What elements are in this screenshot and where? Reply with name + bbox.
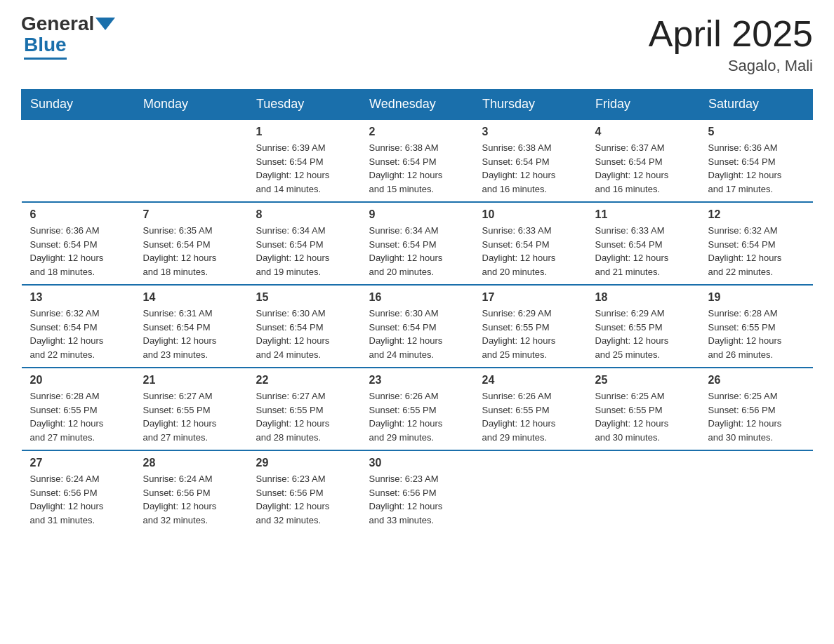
calendar-week-row: 1Sunrise: 6:39 AMSunset: 6:54 PMDaylight… (22, 119, 813, 202)
calendar-cell: 8Sunrise: 6:34 AMSunset: 6:54 PMDaylight… (248, 202, 361, 285)
day-info: Sunrise: 6:30 AMSunset: 6:54 PMDaylight:… (369, 307, 465, 361)
day-info: Sunrise: 6:35 AMSunset: 6:54 PMDaylight:… (143, 224, 239, 279)
calendar-cell: 9Sunrise: 6:34 AMSunset: 6:54 PMDaylight… (361, 202, 474, 285)
weekday-header-sunday: Sunday (22, 90, 135, 120)
day-number: 8 (256, 208, 352, 221)
day-info: Sunrise: 6:28 AMSunset: 6:55 PMDaylight:… (30, 389, 126, 444)
day-number: 23 (369, 374, 465, 387)
day-info: Sunrise: 6:34 AMSunset: 6:54 PMDaylight:… (256, 224, 352, 279)
day-info: Sunrise: 6:23 AMSunset: 6:56 PMDaylight:… (256, 472, 352, 527)
calendar-cell: 3Sunrise: 6:38 AMSunset: 6:54 PMDaylight… (474, 119, 587, 202)
title-block: April 2025 Sagalo, Mali (649, 14, 813, 75)
day-info: Sunrise: 6:27 AMSunset: 6:55 PMDaylight:… (256, 389, 352, 444)
day-info: Sunrise: 6:25 AMSunset: 6:55 PMDaylight:… (595, 389, 691, 444)
calendar-cell: 24Sunrise: 6:26 AMSunset: 6:55 PMDayligh… (474, 368, 587, 450)
day-number: 22 (256, 374, 352, 387)
day-number: 19 (708, 291, 805, 304)
day-info: Sunrise: 6:31 AMSunset: 6:54 PMDaylight:… (143, 307, 239, 361)
calendar-cell: 23Sunrise: 6:26 AMSunset: 6:55 PMDayligh… (361, 368, 474, 450)
day-number: 25 (595, 374, 691, 387)
day-number: 3 (482, 126, 578, 138)
calendar-cell (474, 450, 587, 532)
day-info: Sunrise: 6:37 AMSunset: 6:54 PMDaylight:… (595, 141, 691, 196)
calendar-cell: 15Sunrise: 6:30 AMSunset: 6:54 PMDayligh… (248, 285, 361, 368)
day-info: Sunrise: 6:33 AMSunset: 6:54 PMDaylight:… (482, 224, 578, 279)
calendar-cell (22, 119, 135, 202)
calendar-cell: 20Sunrise: 6:28 AMSunset: 6:55 PMDayligh… (22, 368, 135, 450)
day-number: 6 (30, 208, 126, 221)
location-text: Sagalo, Mali (649, 57, 813, 75)
page-header: General Blue April 2025 Sagalo, Mali (21, 14, 813, 75)
calendar-cell: 4Sunrise: 6:37 AMSunset: 6:54 PMDaylight… (587, 119, 700, 202)
calendar-cell: 6Sunrise: 6:36 AMSunset: 6:54 PMDaylight… (22, 202, 135, 285)
calendar-cell: 13Sunrise: 6:32 AMSunset: 6:54 PMDayligh… (22, 285, 135, 368)
day-number: 5 (708, 126, 805, 138)
day-number: 13 (30, 291, 126, 304)
day-number: 30 (369, 457, 465, 469)
calendar-cell: 29Sunrise: 6:23 AMSunset: 6:56 PMDayligh… (248, 450, 361, 532)
day-number: 9 (369, 208, 465, 221)
day-info: Sunrise: 6:28 AMSunset: 6:55 PMDaylight:… (708, 307, 805, 361)
day-number: 7 (143, 208, 239, 221)
day-info: Sunrise: 6:38 AMSunset: 6:54 PMDaylight:… (482, 141, 578, 196)
day-number: 16 (369, 291, 465, 304)
day-info: Sunrise: 6:24 AMSunset: 6:56 PMDaylight:… (30, 472, 126, 527)
day-number: 28 (143, 457, 239, 469)
calendar-cell: 25Sunrise: 6:25 AMSunset: 6:55 PMDayligh… (587, 368, 700, 450)
logo-triangle-icon (95, 18, 115, 30)
calendar-cell: 7Sunrise: 6:35 AMSunset: 6:54 PMDaylight… (135, 202, 248, 285)
calendar-cell: 12Sunrise: 6:32 AMSunset: 6:54 PMDayligh… (700, 202, 813, 285)
logo-blue-text: Blue (24, 34, 67, 55)
day-info: Sunrise: 6:26 AMSunset: 6:55 PMDaylight:… (369, 389, 465, 444)
logo: General Blue (21, 14, 117, 60)
day-info: Sunrise: 6:30 AMSunset: 6:54 PMDaylight:… (256, 307, 352, 361)
calendar-cell: 2Sunrise: 6:38 AMSunset: 6:54 PMDaylight… (361, 119, 474, 202)
calendar-week-row: 27Sunrise: 6:24 AMSunset: 6:56 PMDayligh… (22, 450, 813, 532)
calendar-cell: 22Sunrise: 6:27 AMSunset: 6:55 PMDayligh… (248, 368, 361, 450)
day-info: Sunrise: 6:36 AMSunset: 6:54 PMDaylight:… (708, 141, 805, 196)
calendar-table: SundayMondayTuesdayWednesdayThursdayFrid… (21, 89, 813, 532)
calendar-cell: 16Sunrise: 6:30 AMSunset: 6:54 PMDayligh… (361, 285, 474, 368)
calendar-cell: 14Sunrise: 6:31 AMSunset: 6:54 PMDayligh… (135, 285, 248, 368)
day-number: 29 (256, 457, 352, 469)
calendar-cell: 10Sunrise: 6:33 AMSunset: 6:54 PMDayligh… (474, 202, 587, 285)
day-number: 17 (482, 291, 578, 304)
day-number: 24 (482, 374, 578, 387)
day-info: Sunrise: 6:38 AMSunset: 6:54 PMDaylight:… (369, 141, 465, 196)
day-number: 21 (143, 374, 239, 387)
day-number: 11 (595, 208, 691, 221)
calendar-cell: 5Sunrise: 6:36 AMSunset: 6:54 PMDaylight… (700, 119, 813, 202)
calendar-header-row: SundayMondayTuesdayWednesdayThursdayFrid… (22, 90, 813, 120)
day-info: Sunrise: 6:27 AMSunset: 6:55 PMDaylight:… (143, 389, 239, 444)
day-info: Sunrise: 6:32 AMSunset: 6:54 PMDaylight:… (708, 224, 805, 279)
calendar-cell: 1Sunrise: 6:39 AMSunset: 6:54 PMDaylight… (248, 119, 361, 202)
calendar-cell: 11Sunrise: 6:33 AMSunset: 6:54 PMDayligh… (587, 202, 700, 285)
calendar-cell: 28Sunrise: 6:24 AMSunset: 6:56 PMDayligh… (135, 450, 248, 532)
day-info: Sunrise: 6:26 AMSunset: 6:55 PMDaylight:… (482, 389, 578, 444)
day-info: Sunrise: 6:34 AMSunset: 6:54 PMDaylight:… (369, 224, 465, 279)
calendar-cell: 21Sunrise: 6:27 AMSunset: 6:55 PMDayligh… (135, 368, 248, 450)
day-number: 2 (369, 126, 465, 138)
logo-underline (24, 58, 67, 60)
weekday-header-thursday: Thursday (474, 90, 587, 120)
day-number: 20 (30, 374, 126, 387)
calendar-cell (587, 450, 700, 532)
day-number: 26 (708, 374, 805, 387)
day-info: Sunrise: 6:25 AMSunset: 6:56 PMDaylight:… (708, 389, 805, 444)
day-number: 14 (143, 291, 239, 304)
calendar-week-row: 20Sunrise: 6:28 AMSunset: 6:55 PMDayligh… (22, 368, 813, 450)
day-number: 4 (595, 126, 691, 138)
calendar-cell (135, 119, 248, 202)
calendar-cell (700, 450, 813, 532)
day-number: 15 (256, 291, 352, 304)
day-number: 18 (595, 291, 691, 304)
day-number: 10 (482, 208, 578, 221)
day-info: Sunrise: 6:36 AMSunset: 6:54 PMDaylight:… (30, 224, 126, 279)
day-info: Sunrise: 6:32 AMSunset: 6:54 PMDaylight:… (30, 307, 126, 361)
month-title: April 2025 (649, 14, 813, 54)
logo-general-text: General (21, 14, 94, 34)
day-info: Sunrise: 6:33 AMSunset: 6:54 PMDaylight:… (595, 224, 691, 279)
day-number: 27 (30, 457, 126, 469)
day-info: Sunrise: 6:39 AMSunset: 6:54 PMDaylight:… (256, 141, 352, 196)
weekday-header-monday: Monday (135, 90, 248, 120)
